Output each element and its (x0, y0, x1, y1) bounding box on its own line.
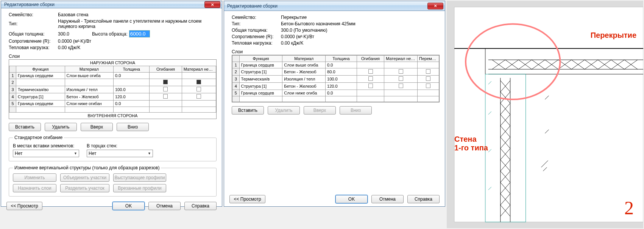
table-header: Функция Материал Толщина Огибания Матери… (232, 56, 439, 62)
titlebar: Редактирование сборки ✕ (224, 1, 445, 11)
wall-annotation-line1: Стена (454, 135, 477, 144)
vertical-struct-group: Изменение вертикальной структуры (только… (9, 165, 217, 197)
resistance-label: Сопротивление (R): (232, 34, 281, 39)
table-row[interactable]: 1Граница сердцевСлои выше огиба0.0 (232, 62, 439, 68)
inner-side-label: ВНУТРЕННЯЯ СТОРОНА (9, 113, 216, 119)
table-row[interactable]: 3Термическая/вИзоляция / тепл100.0 (232, 76, 439, 83)
assign-button: Назначить слои (13, 184, 56, 192)
help-button[interactable]: Справка (407, 195, 440, 203)
family-label: Семейство: (232, 15, 281, 20)
table-row[interactable]: 5Граница сердцевСлои ниже огиба0.0 (232, 90, 439, 96)
cancel-button[interactable]: Отмена (148, 202, 181, 210)
struct-checkbox[interactable] (196, 80, 201, 84)
titlebar: Редактирование сборки ✕ (1, 1, 222, 8)
type-label: Тип: (9, 21, 58, 26)
family-value: Перекрытие (281, 15, 440, 20)
type-label: Тип: (232, 21, 281, 26)
up-button[interactable]: Вверх (81, 123, 113, 131)
wrap-checkbox[interactable] (163, 94, 168, 99)
merge-button: Объединить участки (60, 173, 109, 182)
close-button[interactable]: ✕ (427, 3, 443, 9)
roof-annotation: Перекрытие (591, 31, 636, 40)
layers-table[interactable]: Функция Материал Толщина Огибания Матери… (9, 66, 216, 113)
wrap-ends-combo[interactable]: Нет▼ (87, 150, 153, 157)
struct-checkbox[interactable] (399, 84, 403, 88)
layers-panel: НАРУЖНАЯ СТОРОНА Функция Материал Толщин… (9, 59, 217, 119)
struct-checkbox[interactable] (399, 76, 403, 81)
thermal-label: Тепловая нагрузка: (232, 40, 281, 46)
delete-button[interactable]: Удалить (45, 123, 77, 131)
close-button[interactable]: ✕ (204, 1, 220, 8)
edit-assembly-dialog-floor: Редактирование сборки ✕ Семейство:Перекр… (224, 1, 445, 207)
family-label: Семейство: (9, 12, 58, 17)
type-value: Наружный - Трехслойные панели с утеплите… (58, 19, 217, 29)
layers-table[interactable]: Функция Материал Толщина Огибания Матери… (232, 55, 439, 102)
wrap-ends-label: В торцах стен: (87, 143, 153, 149)
sample-height-label: Высота образца: (92, 31, 128, 37)
wrap-checkbox[interactable] (368, 84, 373, 88)
insert-button[interactable]: Вставить (9, 123, 41, 131)
title: Редактирование сборки (4, 2, 204, 7)
type-value: Бетон-Бытового назначения 425мм (281, 21, 440, 26)
var-checkbox[interactable] (426, 69, 430, 74)
edit-assembly-dialog-wall: Редактирование сборки ✕ Семейство:Базова… (1, 1, 222, 207)
table-row[interactable]: 3Термическая/воИзоляция / тепл100.0 (9, 86, 216, 93)
wrap-checkbox[interactable] (368, 69, 373, 74)
thermal-value: 0.00 кДж/K (281, 40, 303, 46)
thickness-value: 300.0 (58, 31, 69, 37)
wrap-checkbox[interactable] (163, 80, 168, 84)
layers-label: Слои (9, 54, 217, 59)
ok-button[interactable]: OK (335, 195, 368, 203)
table-row[interactable]: 1Граница сердцевиСлои выше огиба0.0 (9, 73, 216, 79)
layers-panel: Функция Материал Толщина Огибания Матери… (232, 55, 440, 102)
section-drawing: Перекрытие Стена 1-го типа 2 (447, 1, 643, 228)
down-button: Вниз (340, 106, 372, 114)
table-row[interactable]: 4Структура [1]Бетон - Железоб120.0 (232, 83, 439, 90)
struct-checkbox[interactable] (196, 87, 201, 91)
sample-height-input[interactable] (129, 30, 150, 37)
modify-button: Изменить (13, 173, 56, 182)
insert-button[interactable]: Вставить (232, 106, 264, 114)
delete-button: Удалить (268, 106, 300, 114)
thickness-label: Общая толщина: (232, 28, 281, 33)
struct-checkbox[interactable] (399, 69, 403, 74)
help-button[interactable]: Справка (184, 202, 217, 210)
figure-number: 2 (624, 197, 634, 219)
wrapping-group: Стандартное огибание В местах вставки эл… (9, 135, 217, 161)
outer-side-label: НАРУЖНАЯ СТОРОНА (9, 60, 216, 66)
reveals-button: Врезанные профили (113, 184, 166, 192)
wrap-checkbox[interactable] (368, 76, 373, 81)
thermal-label: Тепловая нагрузка: (9, 45, 58, 50)
table-row[interactable]: 2Структура [1]Бетон - Железоб80.0 (9, 79, 216, 86)
table-row[interactable]: 5Граница сердцевиСлои ниже огибан0.0 (9, 101, 216, 107)
table-row (9, 107, 216, 113)
down-button[interactable]: Вниз (117, 123, 149, 131)
table-row (232, 96, 439, 102)
resistance-value: 0.0000 (м²·K)/Вт (281, 34, 314, 39)
ok-button[interactable]: OK (112, 202, 145, 210)
resistance-label: Сопротивление (R): (9, 39, 58, 44)
wrap-inserts-combo[interactable]: Нет▼ (13, 150, 79, 157)
var-checkbox[interactable] (426, 76, 430, 81)
title: Редактирование сборки (227, 3, 427, 9)
cancel-button[interactable]: Отмена (371, 195, 404, 203)
table-row[interactable]: 4Структура [1]Бетон - Железоб120.0 (9, 93, 216, 101)
chevron-down-icon: ▼ (148, 152, 151, 155)
wrap-checkbox[interactable] (163, 87, 168, 91)
preview-button[interactable]: << Просмотр (6, 202, 42, 210)
up-button: Вверх (304, 106, 336, 114)
thickness-value: 300.0 (По умолчанию) (281, 28, 327, 33)
wall-annotation-line2: 1-го типа (454, 144, 488, 152)
split-button: Разделить участок (60, 184, 109, 192)
resistance-value: 0.0000 (м²·K)/Вт (58, 39, 91, 44)
preview-button[interactable]: << Просмотр (229, 195, 265, 203)
var-checkbox[interactable] (426, 84, 430, 88)
thickness-label: Общая толщина: (9, 31, 58, 37)
thermal-value: 0.00 кДж/K (58, 45, 80, 50)
sweeps-button: Выступающие профили (113, 173, 166, 182)
wrap-inserts-label: В местах вставки элементов: (13, 143, 79, 149)
table-row[interactable]: 2Структура [1]Бетон - Железоб80.0 (232, 68, 439, 76)
wrapping-legend: Стандартное огибание (13, 135, 64, 140)
chevron-down-icon: ▼ (74, 152, 77, 155)
struct-checkbox[interactable] (196, 94, 201, 99)
